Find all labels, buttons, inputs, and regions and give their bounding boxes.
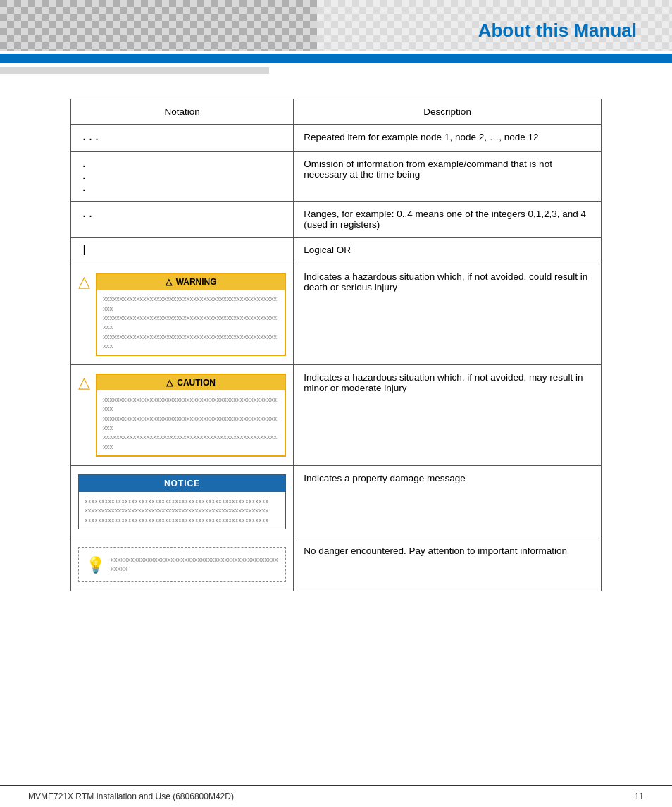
description-cell-warning: Indicates a hazardous situation which, i… [294, 264, 602, 365]
caution-box: △ CAUTION xxxxxxxxxxxxxxxxxxxxxxxxxxxxxx… [96, 374, 286, 457]
col-header-description: Description [294, 99, 602, 125]
notation-dots-vertical: ... [81, 159, 87, 194]
caution-triangle-small-icon: △ [166, 378, 173, 388]
caution-placeholder-text: xxxxxxxxxxxxxxxxxxxxxxxxxxxxxxxxxxxxxxxx… [103, 395, 279, 451]
description-cell: Repeated item for example node 1, node 2… [294, 125, 602, 152]
table-header-row: Notation Description [71, 99, 602, 125]
footer-page-number: 11 [635, 791, 644, 801]
table-row: 💡 xxxxxxxxxxxxxxxxxxxxxxxxxxxxxxxxxxxxxx… [71, 538, 602, 591]
notation-table: Notation Description ... Repeated item f… [70, 99, 602, 591]
warning-header: △ WARNING [97, 274, 285, 290]
description-cell: Omission of information from example/com… [294, 152, 602, 202]
notice-placeholder-text: xxxxxxxxxxxxxxxxxxxxxxxxxxxxxxxxxxxxxxxx… [85, 496, 280, 524]
warning-box: △ WARNING xxxxxxxxxxxxxxxxxxxxxxxxxxxxxx… [96, 273, 286, 356]
notation-cell-note: 💡 xxxxxxxxxxxxxxxxxxxxxxxxxxxxxxxxxxxxxx… [71, 538, 294, 591]
table-row: △ △ CAUTION xxxxxxxxxxxxxxxxxxxxxxxxxxxx… [71, 365, 602, 466]
table-row: .. Ranges, for example: 0..4 means one o… [71, 202, 602, 238]
page-title: About this Manual [478, 20, 637, 42]
caution-notation-container: △ △ CAUTION xxxxxxxxxxxxxxxxxxxxxxxxxxxx… [78, 374, 286, 457]
notice-label: NOTICE [164, 479, 200, 488]
warning-placeholder-text: xxxxxxxxxxxxxxxxxxxxxxxxxxxxxxxxxxxxxxxx… [103, 294, 279, 350]
header-gray-bar [0, 67, 269, 74]
note-box: 💡 xxxxxxxxxxxxxxxxxxxxxxxxxxxxxxxxxxxxxx… [78, 547, 286, 582]
notation-cell-caution: △ △ CAUTION xxxxxxxxxxxxxxxxxxxxxxxxxxxx… [71, 365, 294, 466]
description-cell: Logical OR [294, 238, 602, 264]
notation-ellipsis: ... [81, 132, 100, 144]
warning-label: WARNING [176, 277, 217, 287]
table-row: NOTICE xxxxxxxxxxxxxxxxxxxxxxxxxxxxxxxxx… [71, 465, 602, 538]
description-cell-notice: Indicates a property damage message [294, 465, 602, 538]
notation-cell: ... [71, 125, 294, 152]
notice-box: NOTICE xxxxxxxxxxxxxxxxxxxxxxxxxxxxxxxxx… [78, 474, 286, 529]
caution-header: △ CAUTION [97, 375, 285, 390]
description-cell: Ranges, for example: 0..4 means one of t… [294, 202, 602, 238]
notation-cell: ... [71, 152, 294, 202]
col-header-notation: Notation [71, 99, 294, 125]
warning-body: xxxxxxxxxxxxxxxxxxxxxxxxxxxxxxxxxxxxxxxx… [97, 290, 285, 355]
notation-cell: | [71, 238, 294, 264]
lightbulb-icon: 💡 [86, 556, 105, 574]
header-blue-bar [0, 54, 672, 63]
description-cell-caution: Indicates a hazardous situation which, i… [294, 365, 602, 466]
page-footer: MVME721X RTM Installation and Use (68068… [0, 785, 672, 807]
notation-double-dot: .. [81, 209, 94, 221]
notation-pipe: | [81, 245, 87, 257]
table-row: ... Repeated item for example node 1, no… [71, 125, 602, 152]
table-row: △ △ WARNING xxxxxxxxxxxxxxxxxxxxxxxxxxxx… [71, 264, 602, 365]
notation-cell-notice: NOTICE xxxxxxxxxxxxxxxxxxxxxxxxxxxxxxxxx… [71, 465, 294, 538]
main-content: Notation Description ... Repeated item f… [0, 78, 672, 620]
caution-body: xxxxxxxxxxxxxxxxxxxxxxxxxxxxxxxxxxxxxxxx… [97, 390, 285, 455]
warning-triangle-icon: △ [78, 273, 90, 291]
description-cell-note: No danger encountered. Pay attention to … [294, 538, 602, 591]
caution-triangle-icon: △ [78, 374, 90, 392]
footer-left-text: MVME721X RTM Installation and Use (68068… [28, 791, 234, 801]
table-row: | Logical OR [71, 238, 602, 264]
notation-cell-warning: △ △ WARNING xxxxxxxxxxxxxxxxxxxxxxxxxxxx… [71, 264, 294, 365]
page-header: About this Manual [0, 0, 672, 78]
notation-cell: .. [71, 202, 294, 238]
warning-notation-container: △ △ WARNING xxxxxxxxxxxxxxxxxxxxxxxxxxxx… [78, 273, 286, 356]
notice-header: NOTICE [79, 475, 285, 492]
notice-body: xxxxxxxxxxxxxxxxxxxxxxxxxxxxxxxxxxxxxxxx… [79, 492, 285, 529]
caution-label: CAUTION [177, 378, 216, 388]
note-placeholder-text: xxxxxxxxxxxxxxxxxxxxxxxxxxxxxxxxxxxxxxxx… [111, 555, 278, 574]
table-row: ... Omission of information from example… [71, 152, 602, 202]
warning-triangle-small-icon: △ [166, 277, 172, 287]
